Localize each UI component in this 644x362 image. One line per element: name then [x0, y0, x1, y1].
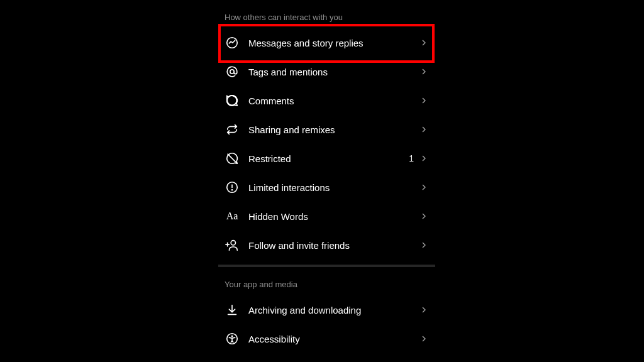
menu-item-label: Follow and invite friends [248, 240, 419, 251]
section-header-appmedia: Your app and media [225, 267, 429, 295]
menu-item-label: Limited interactions [248, 182, 419, 193]
section-header-interact: How others can interact with you [225, 0, 429, 28]
menu-item-hidden-words[interactable]: Aa Hidden Words [225, 202, 429, 231]
limited-icon [225, 180, 240, 195]
messenger-icon [225, 35, 240, 50]
svg-point-13 [231, 336, 233, 337]
menu-item-label: Hidden Words [248, 211, 419, 222]
menu-item-label: Archiving and downloading [248, 305, 419, 315]
chevron-right-icon [419, 67, 429, 77]
svg-point-6 [232, 190, 233, 190]
restricted-icon [225, 151, 240, 166]
chevron-right-icon [419, 182, 429, 192]
chevron-right-icon [419, 305, 429, 315]
share-icon [225, 122, 240, 137]
menu-item-label: Comments [248, 96, 419, 106]
menu-item-label: Sharing and remixes [248, 124, 419, 135]
aa-icon: Aa [225, 209, 240, 224]
chevron-right-icon [419, 38, 429, 48]
menu-item-label: Messages and story replies [248, 38, 419, 48]
chevron-right-icon [419, 153, 429, 163]
menu-item-follow-invite[interactable]: Follow and invite friends [225, 231, 429, 260]
svg-line-3 [228, 154, 237, 163]
accessibility-icon [225, 331, 240, 346]
menu-item-label: Restricted [248, 153, 409, 164]
menu-item-label: Tags and mentions [248, 67, 419, 77]
svg-point-1 [230, 70, 234, 74]
at-icon [225, 64, 240, 79]
archive-icon [225, 302, 240, 317]
menu-item-limited[interactable]: Limited interactions [225, 173, 429, 202]
chevron-right-icon [419, 211, 429, 221]
chevron-right-icon [419, 124, 429, 134]
menu-item-restricted[interactable]: Restricted 1 [225, 144, 429, 173]
chevron-right-icon [419, 240, 429, 250]
menu-item-badge: 1 [409, 153, 414, 163]
comment-icon [225, 93, 240, 108]
menu-item-accessibility[interactable]: Accessibility [225, 324, 429, 353]
menu-item-sharing[interactable]: Sharing and remixes [225, 115, 429, 144]
chevron-right-icon [419, 96, 429, 106]
svg-point-7 [231, 241, 235, 245]
menu-item-tags[interactable]: Tags and mentions [225, 57, 429, 86]
follow-icon [225, 238, 240, 253]
menu-item-label: Accessibility [248, 334, 419, 344]
menu-item-messages[interactable]: Messages and story replies [225, 28, 429, 57]
chevron-right-icon [419, 334, 429, 344]
menu-item-archiving[interactable]: Archiving and downloading [225, 295, 429, 324]
menu-item-comments[interactable]: Comments [225, 86, 429, 115]
